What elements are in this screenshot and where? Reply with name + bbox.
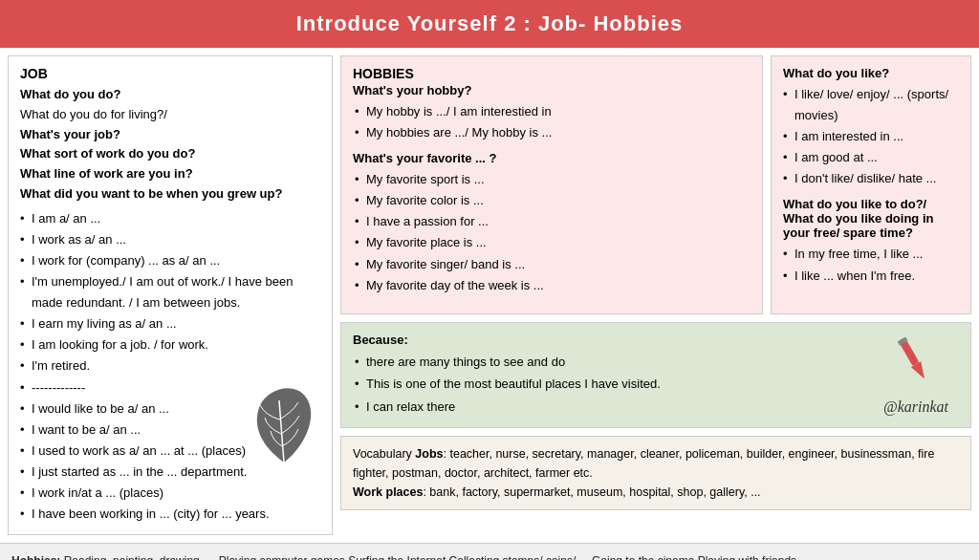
vocab-workplaces-text: : bank, factory, supermarket, museum, ho… [423,485,760,499]
list-item: I can relax there [353,396,865,418]
vocab-workplaces-label: Work places [353,485,423,499]
list-item: I don't like/ dislike/ hate ... [783,168,959,189]
vocab-section: Vocabulary Jobs: teacher, nurse, secreta… [340,436,971,510]
list-item: My favorite place is ... [353,232,751,253]
list-item: I am looking for a job. / for work. [20,334,320,355]
header: Introduce Yourself 2 : Job- Hobbies [0,0,979,48]
pen-signature: @karinkat [873,333,959,418]
list-item: My hobbies are .../ My hobby is ... [353,122,751,143]
main-content: JOB What do you do? What do you do for l… [0,48,979,543]
hobbies-label: Hobbies: [11,554,60,560]
svg-line-4 [902,339,916,364]
list-item: I am good at ... [783,147,959,168]
page-title: Introduce Yourself 2 : Job- Hobbies [10,11,969,36]
list-item: In my free time, I like ... [783,244,959,265]
signature-text: @karinkat [883,398,948,416]
job-section: JOB What do you do? What do you do for l… [8,55,333,535]
list-item: there are many things to see and do [353,351,865,373]
likes-sub2: What do you like to do?/ What do you lik… [783,197,959,240]
hobbies-list1: My hobby is .../ I am interestied in My … [353,101,751,143]
job-list: I am a/ an ... I work as a/ an ... I wor… [20,208,320,525]
job-q1: What do you do? [20,87,120,101]
list-item: My hobby is .../ I am interestied in [353,101,751,122]
list-item: I'm retired. [20,355,320,377]
list-item: This is one of the most beautiful places… [353,373,865,395]
hobbies-text1: Reading, painting, drawing .... Playing … [60,554,796,560]
bottom-bar: Hobbies: Reading, painting, drawing ....… [0,543,979,560]
list-item: I am interested in ... [783,126,959,147]
job-heading: JOB [20,66,320,81]
because-section: Because: there are many things to see an… [340,322,971,428]
list-item: I earn my living as a/ an ... [20,313,320,334]
list-item: I am a/ an ... [20,208,320,229]
because-heading: Because: [353,333,865,347]
leaf-icon [246,381,322,477]
list-item: I work as a/ an ... [20,229,320,250]
list-item: I have a passion for ... [353,211,751,232]
hobbies-sub1: What's your hobby? [353,83,751,97]
likes-sub1: What do you like? [783,66,959,80]
list-item: I like ... when I'm free. [783,266,959,287]
vocab-label: Vocabulary [353,447,415,461]
list-item: My favorite sport is ... [353,169,751,190]
top-right: HOBBIES What's your hobby? My hobby is .… [340,55,971,314]
job-q3: What's your job? [20,127,120,141]
likes-list2: In my free time, I like ... I like ... w… [783,244,959,286]
hobbies-sub2: What's your favorite ... ? [353,151,751,165]
hobbies-heading: HOBBIES [353,66,751,81]
page-wrapper: Introduce Yourself 2 : Job- Hobbies JOB … [0,0,979,560]
job-q6: What did you want to be when you grew up… [20,186,282,201]
list-item: I have been working in ... (city) for ..… [20,504,320,525]
list-item: My favorite color is ... [353,190,751,211]
list-item: My favorite day of the week is ... [353,275,751,296]
list-item: I work for (company) ... as a/ an ... [20,250,320,271]
because-list: there are many things to see and do This… [353,351,865,418]
hobbies-list2: My favorite sport is ... My favorite col… [353,169,751,296]
list-item: I work in/at a ... (places) [20,483,320,504]
list-item: I like/ love/ enjoy/ ... (sports/ movies… [783,84,959,126]
list-item: I'm unemployed./ I am out of work./ I ha… [20,271,320,313]
job-q4: What sort of work do you do? [20,146,195,161]
right-columns: HOBBIES What's your hobby? My hobby is .… [340,55,971,535]
pen-icon [884,329,948,400]
because-content: Because: there are many things to see an… [353,333,865,418]
vocab-jobs-label: Jobs [415,447,443,461]
hobbies-section: HOBBIES What's your hobby? My hobby is .… [340,55,763,314]
list-item: My favorite singer/ band is ... [353,254,751,275]
likes-list1: I like/ love/ enjoy/ ... (sports/ movies… [783,84,959,189]
job-q2: What do you do for living?/ [20,107,167,121]
job-q5: What line of work are you in? [20,166,193,181]
likes-section: What do you like? I like/ love/ enjoy/ .… [771,55,971,314]
